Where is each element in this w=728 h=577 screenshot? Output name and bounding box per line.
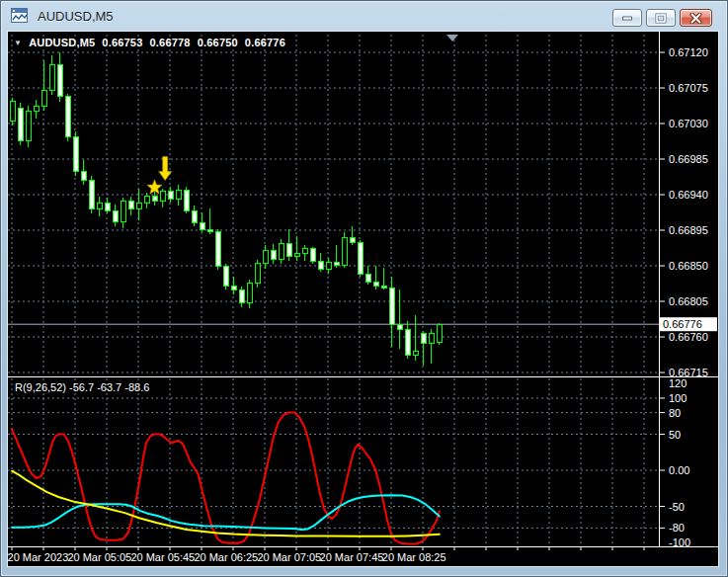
titlebar[interactable]: AUDUSD,M5	[1, 1, 727, 31]
current-price-label: 0.66776	[660, 317, 717, 331]
svg-text:20 Mar 05:05: 20 Mar 05:05	[67, 551, 131, 563]
svg-text:0.67030: 0.67030	[669, 118, 708, 129]
svg-text:0.66760: 0.66760	[669, 331, 708, 343]
svg-text:0.00: 0.00	[669, 464, 689, 476]
chart-client: 0.671200.670750.670300.669850.669400.668…	[8, 32, 718, 566]
candle	[359, 240, 364, 278]
svg-text:20 Mar 05:45: 20 Mar 05:45	[130, 551, 195, 563]
svg-text:0.66940: 0.66940	[669, 189, 708, 201]
candle	[343, 232, 348, 269]
svg-text:0.66850: 0.66850	[669, 260, 708, 272]
svg-text:100: 100	[669, 392, 687, 404]
terminal-window: AUDUSD,M5 0.671200.670750.67	[0, 0, 728, 577]
candle	[224, 264, 229, 289]
svg-text:20 Mar 08:25: 20 Mar 08:25	[382, 551, 446, 563]
svg-text:20 Mar 2023: 20 Mar 2023	[8, 551, 68, 563]
svg-text:0.66805: 0.66805	[669, 295, 708, 307]
window-controls	[612, 9, 712, 27]
svg-text:0.66985: 0.66985	[669, 153, 708, 165]
svg-text:0.67075: 0.67075	[669, 82, 708, 94]
candle	[66, 94, 71, 141]
close-icon	[689, 13, 702, 24]
chart-window-icon	[11, 8, 30, 25]
candle	[74, 131, 79, 176]
svg-text:0.67120: 0.67120	[669, 46, 708, 58]
candle	[216, 229, 221, 270]
candle	[438, 323, 443, 345]
candle	[256, 260, 261, 288]
chart-canvas[interactable]: 0.671200.670750.670300.669850.669400.668…	[8, 32, 718, 566]
svg-text:20 Mar 07:45: 20 Mar 07:45	[320, 551, 384, 563]
candle	[90, 176, 95, 213]
svg-text:80: 80	[669, 407, 681, 419]
restore-button[interactable]	[646, 9, 676, 27]
restore-icon	[655, 13, 667, 24]
svg-text:120: 120	[669, 377, 687, 389]
window-title: AUDUSD,M5	[38, 9, 114, 24]
svg-text:0.66776: 0.66776	[663, 318, 702, 330]
svg-text:50: 50	[669, 429, 681, 441]
svg-text:-50: -50	[669, 501, 685, 513]
candle	[19, 103, 24, 145]
svg-text:20 Mar 07:05: 20 Mar 07:05	[257, 551, 321, 563]
close-button[interactable]	[680, 9, 712, 27]
candle	[27, 106, 32, 147]
minimize-icon	[621, 13, 633, 23]
svg-text:0.66895: 0.66895	[669, 224, 708, 236]
minimize-button[interactable]	[612, 9, 642, 27]
candle	[311, 247, 316, 264]
svg-text:20 Mar 06:25: 20 Mar 06:25	[194, 551, 258, 563]
chart-background	[8, 32, 718, 566]
candle	[11, 98, 16, 125]
indicator-label: R(9,26,52) -56.7 -63.7 -88.6	[15, 381, 149, 393]
svg-text:0.66715: 0.66715	[669, 367, 708, 378]
svg-text:-100: -100	[669, 536, 690, 548]
candle	[185, 187, 190, 213]
svg-text:-80: -80	[669, 522, 685, 534]
svg-text:R(9,26,52) -56.7 -63.7 -88.6: R(9,26,52) -56.7 -63.7 -88.6	[15, 381, 149, 393]
